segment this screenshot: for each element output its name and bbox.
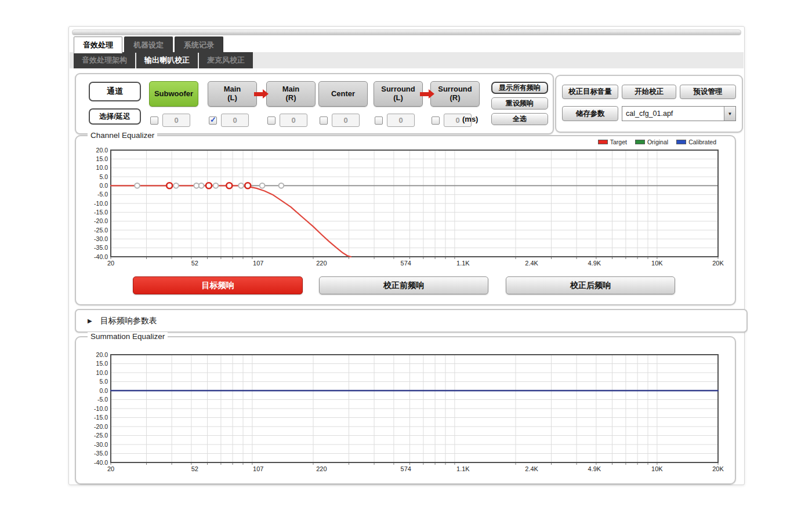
channel-surround-r: Surround(R) 0 — [430, 81, 480, 107]
channel-equalizer-panel: Channel Equalizer Target Original Calibr… — [75, 135, 736, 305]
svg-text:-30.0: -30.0 — [94, 235, 108, 242]
pre-calibration-response-button[interactable]: 校正前频响 — [319, 276, 488, 294]
calibration-target-volume-button[interactable]: 校正目标音量 — [562, 85, 618, 99]
preset-management-button[interactable]: 预设管理 — [680, 85, 736, 99]
eq-control-point[interactable] — [199, 183, 204, 188]
svg-text:10.0: 10.0 — [96, 164, 108, 171]
speaker-button-surround-l[interactable]: Surround(L) — [374, 81, 423, 107]
chart-legend: Target Original Calibrated — [598, 139, 716, 145]
channel-eq-chart[interactable]: 20.015.010.05.00.0-5.0-10.0-15.0-20.0-25… — [83, 148, 723, 271]
surround-l-delay-field[interactable]: 0 — [387, 114, 415, 127]
svg-text:-40.0: -40.0 — [94, 459, 108, 466]
svg-text:20K: 20K — [712, 465, 724, 472]
ms-unit-label: (ms) — [462, 115, 478, 123]
eq-control-point[interactable] — [206, 183, 212, 188]
reset-response-button[interactable]: 重设频响 — [491, 97, 548, 110]
speaker-button-surround-r[interactable]: Surround(R) — [430, 81, 480, 107]
subtab-audio-architecture[interactable]: 音效处理架构 — [74, 52, 135, 68]
svg-text:52: 52 — [191, 465, 198, 472]
center-checkbox[interactable] — [320, 116, 328, 125]
config-file-value[interactable]: cal_cfg_01.apf — [622, 107, 724, 121]
svg-text:4.9K: 4.9K — [588, 465, 601, 472]
tab-machine-settings[interactable]: 机器设定 — [124, 37, 173, 53]
channel-button[interactable]: 通道 — [89, 82, 141, 101]
svg-text:5.0: 5.0 — [99, 173, 108, 180]
channel-surround-l: Surround(L) 0 — [374, 81, 423, 107]
subtab-microphone-calibration[interactable]: 麦克风校正 — [199, 52, 253, 68]
target-swatch-icon — [598, 140, 608, 144]
svg-text:20: 20 — [107, 260, 114, 267]
eq-control-point[interactable] — [173, 183, 179, 188]
eq-control-point[interactable] — [238, 183, 244, 188]
eq-control-point[interactable] — [213, 183, 219, 188]
channel-selector-panel: 通道 选择/延迟 Subwoofer 0 Main(L) 0 Main(R) — [75, 73, 554, 134]
svg-text:107: 107 — [253, 465, 263, 472]
target-response-param-table-bar[interactable]: ▶ 目标频响参数表 — [75, 309, 748, 333]
collapse-arrow-icon[interactable]: ▶ — [88, 318, 92, 324]
target-response-button[interactable]: 目标频响 — [133, 276, 303, 294]
channel-equalizer-title: Channel Equalizer — [88, 131, 157, 140]
subtab-output-speaker-calibration[interactable]: 输出喇叭校正 — [136, 52, 198, 68]
svg-text:1.1K: 1.1K — [456, 260, 470, 267]
svg-text:-35.0: -35.0 — [94, 450, 108, 457]
speaker-button-main-l[interactable]: Main(L) — [208, 81, 257, 107]
tab-system-log[interactable]: 系统记录 — [175, 37, 223, 53]
param-table-label: 目标频响参数表 — [100, 316, 157, 326]
svg-text:-20.0: -20.0 — [94, 217, 108, 224]
svg-text:-25.0: -25.0 — [94, 227, 108, 234]
summation-equalizer-panel: Summation Equalizer 20.015.010.05.00.0-5… — [75, 336, 736, 485]
svg-text:20.0: 20.0 — [96, 147, 108, 154]
chevron-down-icon: ▼ — [728, 111, 733, 116]
legend-item-target: Target — [598, 139, 627, 145]
app-window: 音效处理 机器设定 系统记录 音效处理架构 输出喇叭校正 麦克风校正 通道 选择… — [68, 26, 745, 485]
dropdown-button[interactable]: ▼ — [724, 107, 735, 121]
eq-control-point[interactable] — [166, 183, 172, 188]
surround-l-checkbox[interactable] — [375, 116, 383, 125]
svg-text:52: 52 — [191, 260, 198, 267]
center-delay-field[interactable]: 0 — [332, 114, 360, 127]
window-top-strip — [72, 30, 741, 35]
eq-control-point[interactable] — [279, 183, 284, 188]
eq-control-point[interactable] — [226, 183, 232, 188]
main-l-delay-field[interactable]: 0 — [221, 114, 249, 127]
eq-control-point[interactable] — [135, 183, 140, 188]
save-parameters-button[interactable]: 储存参数 — [562, 106, 618, 121]
eq-control-point[interactable] — [245, 183, 251, 188]
svg-text:-20.0: -20.0 — [94, 423, 108, 430]
main-l-checkbox[interactable] — [209, 116, 217, 125]
channel-main-r: Main(R) 0 — [266, 81, 316, 107]
speaker-button-subwoofer[interactable]: Subwoofer — [149, 81, 198, 107]
summation-eq-chart[interactable]: 20.015.010.05.00.0-5.0-10.0-15.0-20.0-25… — [83, 352, 723, 476]
link-arrow-icon — [254, 92, 263, 96]
start-calibration-button[interactable]: 开始校正 — [622, 85, 676, 99]
surround-r-checkbox[interactable] — [432, 116, 440, 125]
svg-text:15.0: 15.0 — [96, 360, 108, 367]
svg-text:20.0: 20.0 — [96, 351, 108, 358]
svg-text:220: 220 — [316, 465, 327, 472]
legend-item-original: Original — [635, 139, 668, 145]
select-delay-button[interactable]: 选择/延迟 — [89, 108, 141, 125]
eq-control-point[interactable] — [260, 183, 265, 188]
channel-main-l: Main(L) 0 — [208, 81, 257, 107]
svg-text:-5.0: -5.0 — [97, 396, 108, 403]
main-r-delay-field[interactable]: 0 — [280, 114, 307, 127]
channel-subwoofer: Subwoofer 0 — [149, 81, 198, 107]
calibrated-swatch-icon — [676, 140, 686, 144]
original-swatch-icon — [635, 140, 645, 144]
select-all-button[interactable]: 全选 — [491, 113, 548, 125]
speaker-button-main-r[interactable]: Main(R) — [266, 81, 316, 107]
main-r-checkbox[interactable] — [267, 116, 276, 125]
subwoofer-checkbox[interactable] — [150, 116, 158, 125]
post-calibration-response-button[interactable]: 校正后频响 — [506, 276, 675, 294]
show-all-response-button[interactable]: 显示所有频响 — [491, 82, 548, 94]
config-file-combobox[interactable]: cal_cfg_01.apf ▼ — [622, 106, 736, 121]
svg-text:107: 107 — [253, 260, 263, 267]
svg-text:15.0: 15.0 — [96, 155, 108, 162]
tab-audio-processing[interactable]: 音效处理 — [74, 37, 122, 53]
svg-text:-5.0: -5.0 — [97, 191, 108, 198]
svg-text:-25.0: -25.0 — [94, 432, 108, 439]
speaker-button-center[interactable]: Center — [318, 81, 368, 107]
frequency-buttons-stack: 显示所有频响 重设频响 全选 — [491, 82, 548, 125]
subwoofer-delay-field[interactable]: 0 — [162, 114, 190, 127]
svg-text:2.4K: 2.4K — [525, 465, 538, 472]
